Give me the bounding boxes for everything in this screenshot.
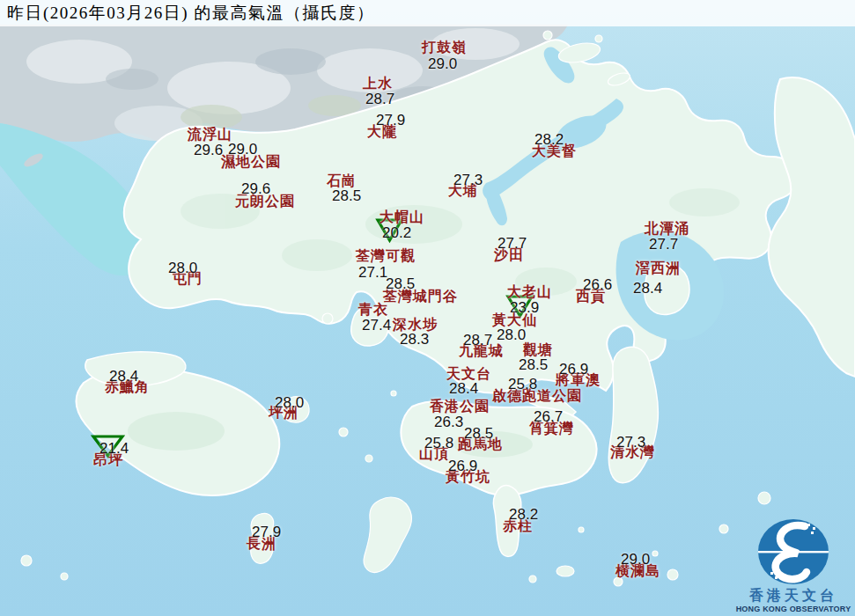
station-value: 26.9	[448, 458, 477, 473]
station-value: 25.8	[424, 436, 453, 451]
station-name: 打鼓嶺	[422, 40, 467, 55]
station-name: 流浮山	[188, 128, 232, 142]
station-value: 28.4	[633, 281, 662, 296]
station-value: 20.2	[382, 225, 411, 240]
station-value: 28.3	[400, 332, 429, 347]
hko-logo: 香港天文台 HONG KONG OBSERVATORY	[735, 518, 851, 613]
station-value: 28.7	[463, 333, 492, 348]
station-value: 28.5	[332, 188, 361, 203]
station-value: 28.2	[509, 507, 538, 522]
station-value: 27.1	[358, 265, 387, 280]
station-value: 29.6	[194, 143, 223, 158]
station-value: 28.0	[275, 395, 304, 410]
station-value: 26.7	[534, 409, 563, 424]
station-value: 29.0	[621, 552, 650, 567]
station-name: 觀塘	[523, 343, 553, 357]
station-value: 27.7	[498, 236, 527, 251]
station-value: 29.0	[228, 142, 257, 157]
station-value: 28.7	[365, 92, 394, 106]
station-value: 28.5	[519, 357, 548, 372]
station-name: 大老山	[507, 285, 552, 299]
station-value: 28.0	[497, 327, 526, 342]
station-name: 天文台	[446, 367, 491, 381]
station-name: 滘西洲	[636, 261, 681, 275]
station-value: 29.6	[241, 181, 270, 196]
station-name: 北潭涌	[645, 222, 689, 236]
station-value: 28.4	[109, 369, 138, 384]
station-value: 27.4	[362, 318, 391, 333]
page-title: 昨日(2026年03月26日) 的最高氣溫（攝氏度）	[0, 2, 374, 25]
station-value: 27.9	[252, 524, 281, 539]
station-value: 29.0	[428, 56, 457, 71]
station-name: 上水	[363, 77, 393, 91]
station-value: 27.7	[649, 237, 678, 252]
station-name: 香港公園	[430, 400, 490, 414]
hko-logo-icon	[757, 518, 829, 585]
station-value: 26.3	[434, 414, 463, 429]
station-value: 25.8	[508, 377, 537, 392]
station-value: 27.3	[616, 435, 645, 450]
station-name: 青衣	[358, 303, 388, 317]
station-value: 26.6	[583, 277, 612, 292]
station-value: 28.2	[534, 132, 564, 147]
title-bar: 昨日(2026年03月26日) 的最高氣溫（攝氏度）	[0, 0, 855, 26]
station-value: 28.4	[449, 381, 478, 396]
station-name: 深水埗	[393, 318, 438, 332]
station-name: 大帽山	[380, 210, 424, 224]
station-value: 27.3	[453, 172, 483, 187]
station-value: 28.5	[464, 426, 493, 441]
hko-logo-name-zh: 香港天文台	[749, 588, 837, 604]
station-value: 27.9	[376, 113, 405, 128]
stations-layer: 打鼓嶺29.0上水28.7大隴27.9流浮山29.6濕地公園29.0元朗公園29…	[0, 0, 855, 616]
station-name: 黃大仙	[492, 313, 537, 327]
hko-logo-name-en: HONG KONG OBSERVATORY	[736, 605, 851, 613]
station-value: 26.9	[559, 362, 588, 377]
station-name: 石崗	[327, 174, 357, 188]
station-value: 28.5	[386, 276, 415, 291]
station-value: 21.4	[100, 441, 129, 456]
station-value: 28.0	[168, 260, 197, 275]
hko-temperature-map: 打鼓嶺29.0上水28.7大隴27.9流浮山29.6濕地公園29.0元朗公園29…	[0, 0, 855, 616]
station-name: 荃灣可觀	[356, 249, 416, 263]
